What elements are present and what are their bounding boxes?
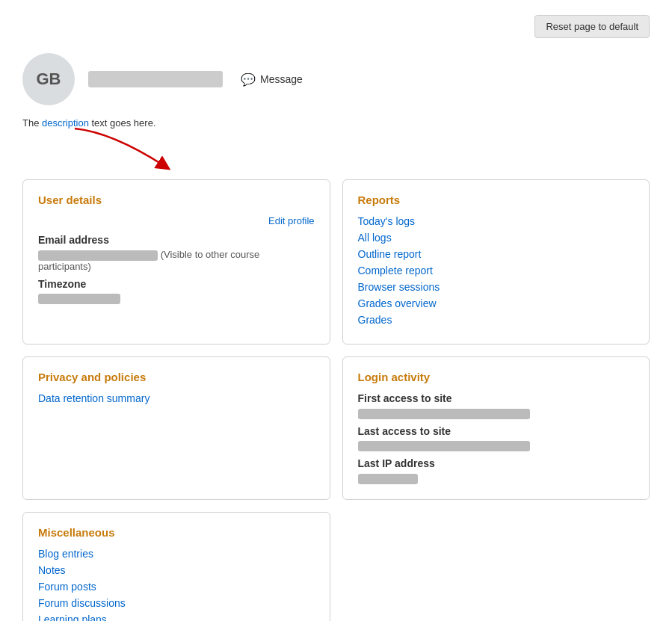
message-label: Message xyxy=(260,73,303,85)
misc-link-forum-posts[interactable]: Forum posts xyxy=(38,581,315,593)
reports-link-grades[interactable]: Grades xyxy=(358,314,635,326)
misc-link-notes[interactable]: Notes xyxy=(38,564,315,576)
description-link[interactable]: description xyxy=(42,117,89,129)
login-activity-title: Login activity xyxy=(358,371,635,383)
message-button[interactable]: 💬 Message xyxy=(241,72,303,87)
reports-link-browser-sessions[interactable]: Browser sessions xyxy=(358,281,635,293)
reports-link-all-logs[interactable]: All logs xyxy=(358,232,635,244)
reports-title: Reports xyxy=(358,194,635,206)
timezone-value xyxy=(38,293,315,305)
privacy-link-data-retention[interactable]: Data retention summary xyxy=(38,392,315,404)
profile-header: GB 💬 Message xyxy=(22,53,650,105)
last-ip-label: Last IP address xyxy=(358,457,635,469)
top-bar: Reset page to default xyxy=(22,15,650,38)
miscellaneous-title: Miscellaneous xyxy=(38,526,315,539)
edit-profile-row: Edit profile xyxy=(38,215,315,226)
last-ip-value xyxy=(358,472,635,484)
edit-profile-link[interactable]: Edit profile xyxy=(268,215,314,226)
reports-card: Reports Today's logs All logs Outline re… xyxy=(342,179,650,345)
email-value-row: (Visible to other course participants) xyxy=(38,249,315,272)
miscellaneous-card: Miscellaneous Blog entries Notes Forum p… xyxy=(22,512,330,621)
avatar: GB xyxy=(22,53,75,105)
first-access-label: First access to site xyxy=(358,392,635,404)
last-access-value xyxy=(358,440,635,452)
email-blurred xyxy=(38,250,158,261)
reset-page-button[interactable]: Reset page to default xyxy=(534,15,650,38)
last-ip-blurred xyxy=(358,474,418,484)
profile-name xyxy=(88,71,223,87)
reports-link-complete-report[interactable]: Complete report xyxy=(358,265,635,276)
misc-link-blog-entries[interactable]: Blog entries xyxy=(38,548,315,560)
privacy-policies-title: Privacy and policies xyxy=(38,371,315,383)
profile-description: The description text goes here. xyxy=(22,117,650,129)
misc-link-learning-plans[interactable]: Learning plans xyxy=(38,614,315,621)
timezone-blurred xyxy=(38,294,120,304)
user-details-title: User details xyxy=(38,194,315,206)
first-access-blurred xyxy=(358,409,530,419)
email-label: Email address xyxy=(38,234,315,246)
last-access-label: Last access to site xyxy=(358,425,635,437)
login-activity-card: Login activity First access to site Last… xyxy=(342,356,650,500)
privacy-policies-card: Privacy and policies Data retention summ… xyxy=(22,356,330,500)
message-icon: 💬 xyxy=(241,72,256,87)
timezone-label: Timezone xyxy=(38,278,315,290)
last-access-blurred xyxy=(358,441,530,451)
main-grid: User details Edit profile Email address … xyxy=(22,179,650,621)
reports-link-todays-logs[interactable]: Today's logs xyxy=(358,215,635,227)
reports-link-outline-report[interactable]: Outline report xyxy=(358,248,635,260)
first-access-value xyxy=(358,407,635,419)
user-details-card: User details Edit profile Email address … xyxy=(22,179,330,345)
misc-link-forum-discussions[interactable]: Forum discussions xyxy=(38,597,315,609)
profile-name-row: 💬 Message xyxy=(88,71,303,87)
reports-link-grades-overview[interactable]: Grades overview xyxy=(358,297,635,309)
